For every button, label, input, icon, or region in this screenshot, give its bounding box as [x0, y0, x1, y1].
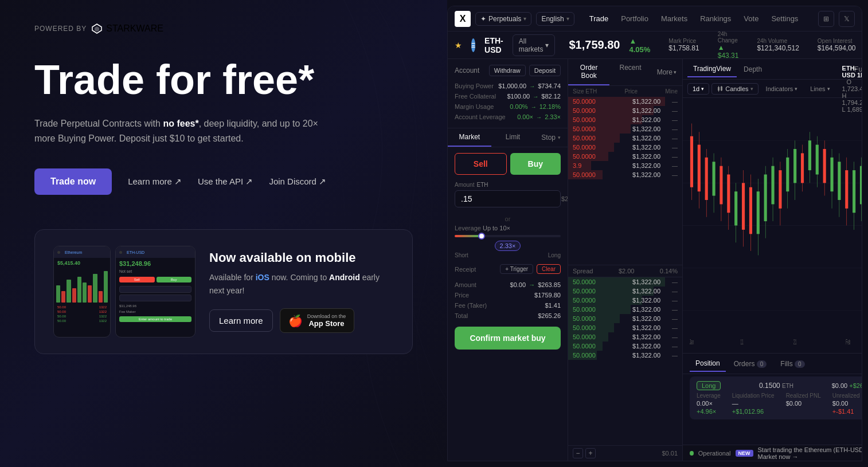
mobile-actions: Learn more 🍎 Download on the App Store: [209, 308, 394, 333]
position-card: Long 0.1500 ETH $0.00 +$263.85: [690, 376, 862, 419]
bottom-tab-row: Position Orders 0 Fills 0: [683, 354, 862, 374]
nav-item-markets[interactable]: Markets: [655, 11, 693, 26]
ask-row: 50.0000 $1,322.00 —: [568, 115, 682, 124]
candles-arrow-icon: ▾: [750, 86, 753, 92]
mark-price-stat: Mark Price $1,758.81: [668, 38, 699, 52]
margin-usage-row: Margin Usage 0.00% → 12.18%: [455, 101, 561, 112]
market-price: $1,759.80: [569, 38, 620, 52]
svg-rect-42: [779, 170, 781, 209]
screenshot-1: Ethereum $5,415.40 50.001322: [53, 246, 111, 338]
lang-arrow-icon: ▾: [566, 15, 569, 22]
language-dropdown[interactable]: English ▾: [536, 12, 574, 26]
svg-rect-54: [823, 149, 826, 183]
withdraw-button[interactable]: Withdraw: [489, 65, 526, 76]
buy-button[interactable]: Buy: [510, 153, 561, 175]
recent-tab[interactable]: Recent: [609, 59, 651, 85]
price-increment: $0.01: [662, 450, 678, 457]
appstore-big-text: App Store: [307, 319, 346, 328]
operational-text: Operational: [698, 450, 731, 457]
fee-detail: Fee (Taker) $1.41: [455, 300, 561, 311]
svg-rect-22: [705, 158, 708, 200]
starkware-logo: STARKWARE: [91, 23, 163, 34]
nav-item-rankings[interactable]: Rankings: [694, 11, 737, 26]
trade-now-button[interactable]: Trade now: [34, 168, 112, 195]
confirm-buy-button[interactable]: Confirm market buy: [455, 327, 561, 350]
orderbook-bids: 50.0000 $1,322.00 — 50.0000 $1,322.00 — …: [568, 277, 682, 445]
depth-tab[interactable]: Depth: [738, 62, 768, 77]
svg-rect-3: [721, 87, 722, 91]
nav-item-vote[interactable]: Vote: [738, 11, 764, 26]
timeframe-arrow-icon: ▾: [701, 86, 704, 92]
chart-section: TradingView Depth Funding 1d ▾: [683, 59, 862, 461]
amount-input-row: $263.85 % MAX: [455, 190, 561, 207]
receipt-section: Receipt + Trigger Clear: [455, 264, 561, 274]
ask-row: 50.0000 $1,322.00 —: [568, 106, 682, 115]
trigger-button[interactable]: + Trigger: [500, 264, 533, 274]
orderbook-tab[interactable]: Order Book: [568, 59, 609, 85]
lines-button[interactable]: Lines ▾: [805, 83, 835, 95]
plus-icon[interactable]: +: [585, 448, 596, 458]
nav-item-portfolio[interactable]: Portfolio: [615, 11, 654, 26]
svg-rect-48: [801, 153, 804, 183]
total-detail: Total $265.26: [455, 311, 561, 321]
price-detail: Price $1759.80: [455, 290, 561, 300]
lines-arrow-icon: ▾: [827, 86, 830, 92]
liq-price-detail: Liquidation Price — +$1,012.96: [732, 393, 775, 415]
order-type-row: Market Limit Stop ▾: [448, 128, 568, 147]
mobile-learn-more-button[interactable]: Learn more: [209, 309, 273, 332]
position-tab[interactable]: Position: [690, 356, 726, 372]
hero-subtitle: Trade Perpetual Contracts with no fees*,…: [34, 116, 333, 146]
leverage-slider[interactable]: [455, 235, 561, 237]
join-discord-link[interactable]: Join Discord ↗: [269, 176, 326, 187]
account-buttons: Withdraw Deposit: [489, 65, 561, 76]
stop-order-tab[interactable]: Stop ▾: [534, 128, 568, 147]
market-symbol: ETH-USD: [484, 36, 503, 54]
market-order-tab[interactable]: Market: [448, 128, 491, 147]
chart-controls: 1d ▾ Candles ▾ Indicator: [683, 80, 862, 98]
hero-title: Trade for free*: [34, 57, 413, 103]
change-24h-stat: 24h Change ▲ $43.31: [718, 31, 739, 60]
nav-item-settings[interactable]: Settings: [765, 11, 804, 26]
indicators-button[interactable]: Indicators ▾: [761, 83, 803, 95]
perpetuals-dropdown[interactable]: ✦ Perpetuals ▾: [475, 12, 531, 26]
svg-rect-34: [749, 187, 752, 234]
timeframe-1d-button[interactable]: 1d ▾: [687, 83, 709, 95]
svg-rect-26: [720, 166, 722, 205]
market-selector-dropdown[interactable]: All markets ▾: [513, 34, 556, 56]
indicators-arrow-icon: ▾: [795, 86, 797, 92]
orders-tab[interactable]: Orders 0: [728, 356, 773, 371]
favorite-star-icon[interactable]: ★: [455, 41, 462, 50]
mobile-screenshots: Ethereum $5,415.40 50.001322: [53, 246, 196, 338]
svg-rect-62: [853, 170, 855, 213]
ask-row: 50.0000 $1,322.00 —: [568, 143, 682, 152]
orderbook-header: Size ETH Price Mine: [568, 86, 682, 97]
apple-icon: 🍎: [288, 314, 303, 328]
position-size: 0.1500 ETH: [759, 382, 793, 390]
svg-rect-20: [698, 145, 701, 192]
svg-rect-58: [838, 162, 840, 200]
open-interest-stat: Open Interest $164,594,00: [818, 38, 856, 52]
buying-power-row: Buying Power $1,000.00 → $734.74: [455, 81, 561, 91]
more-dropdown[interactable]: More ▾: [651, 59, 682, 85]
chart-symbol: ETH-USD 1D: [842, 65, 862, 79]
tradingview-tab[interactable]: TradingView: [687, 61, 737, 77]
minus-icon[interactable]: −: [573, 448, 583, 458]
candles-button[interactable]: Candles ▾: [711, 83, 758, 95]
amount-input[interactable]: [461, 194, 561, 203]
trading-ui: X ✦ Perpetuals ▾ English ▾ Trade Portfol…: [447, 6, 862, 461]
use-api-link[interactable]: Use the API ↗: [198, 176, 253, 187]
ask-row: 3.9 $1,322.00 —: [568, 161, 682, 170]
status-message: Start trading the Ethereum (ETH-USD) Mar…: [758, 446, 862, 460]
spread-row: Spread $2.00 0.14%: [568, 265, 682, 277]
monitor-icon-button[interactable]: ⊞: [818, 11, 834, 27]
twitter-icon-button[interactable]: 𝕏: [839, 11, 855, 27]
clear-button[interactable]: Clear: [537, 264, 561, 274]
appstore-button[interactable]: 🍎 Download on the App Store: [280, 308, 355, 333]
learn-more-link[interactable]: Learn more ↗: [128, 176, 182, 187]
nav-item-trade[interactable]: Trade: [584, 11, 614, 26]
fills-tab[interactable]: Fills 0: [775, 356, 810, 371]
sell-button[interactable]: Sell: [455, 153, 507, 175]
limit-order-tab[interactable]: Limit: [491, 128, 535, 147]
deposit-button[interactable]: Deposit: [529, 65, 561, 76]
svg-rect-28: [727, 175, 730, 213]
